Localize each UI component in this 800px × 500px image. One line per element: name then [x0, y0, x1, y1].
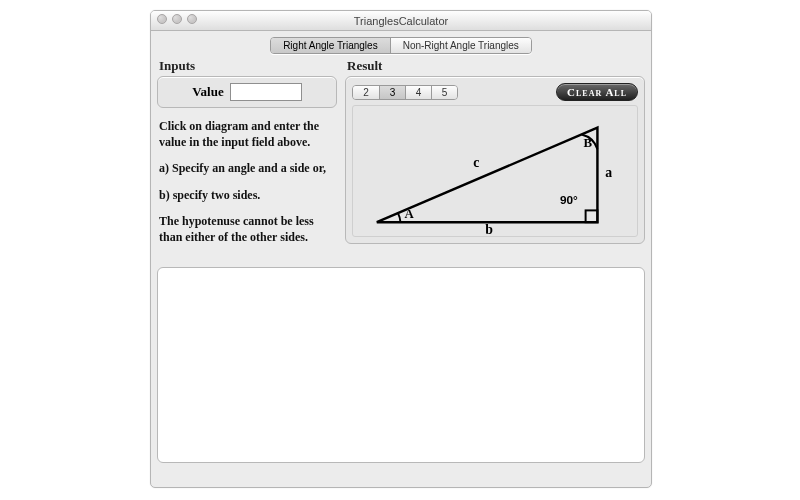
result-title: Result: [347, 58, 645, 74]
precision-option-5[interactable]: 5: [431, 86, 457, 99]
mode-tabs: Right Angle Triangles Non-Right Angle Tr…: [151, 37, 651, 54]
value-input[interactable]: [230, 83, 302, 101]
label-right-angle: 90°: [560, 193, 578, 207]
instruction-line: b) specify two sides.: [159, 187, 335, 203]
instruction-line: Click on diagram and enter the value in …: [159, 118, 335, 150]
precision-segmented: 2 3 4 5: [352, 85, 458, 100]
app-window: TrianglesCalculator Right Angle Triangle…: [150, 10, 652, 488]
precision-option-2[interactable]: 2: [353, 86, 379, 99]
label-B: B: [584, 136, 593, 150]
tab-right-angle[interactable]: Right Angle Triangles: [271, 38, 390, 53]
svg-rect-1: [586, 210, 598, 222]
label-A: A: [404, 207, 414, 221]
close-icon[interactable]: [157, 14, 167, 24]
tab-non-right-angle[interactable]: Non-Right Angle Triangles: [390, 38, 531, 53]
output-textarea[interactable]: [157, 267, 645, 463]
label-a: a: [605, 165, 612, 180]
instructions-text: Click on diagram and enter the value in …: [157, 108, 337, 259]
value-input-group: Value: [157, 76, 337, 108]
inputs-title: Inputs: [159, 58, 337, 74]
inputs-panel: Inputs Value Click on diagram and enter …: [157, 58, 337, 259]
triangle-diagram[interactable]: A B c a b 90°: [352, 105, 638, 237]
result-panel: Result 2 3 4 5 Clear All: [345, 58, 645, 259]
label-c: c: [473, 155, 479, 170]
instruction-line: a) Specify an angle and a side or,: [159, 160, 335, 176]
clear-all-button[interactable]: Clear All: [556, 83, 638, 101]
window-controls: [157, 14, 197, 24]
precision-option-4[interactable]: 4: [405, 86, 431, 99]
result-box: 2 3 4 5 Clear All: [345, 76, 645, 244]
precision-option-3[interactable]: 3: [379, 86, 405, 99]
minimize-icon[interactable]: [172, 14, 182, 24]
zoom-icon[interactable]: [187, 14, 197, 24]
value-label: Value: [192, 84, 223, 100]
instruction-line: The hypotenuse cannot be less than eithe…: [159, 213, 335, 245]
label-b: b: [485, 222, 493, 236]
window-title: TrianglesCalculator: [354, 15, 448, 27]
content-area: Inputs Value Click on diagram and enter …: [151, 58, 651, 469]
titlebar: TrianglesCalculator: [151, 11, 651, 31]
